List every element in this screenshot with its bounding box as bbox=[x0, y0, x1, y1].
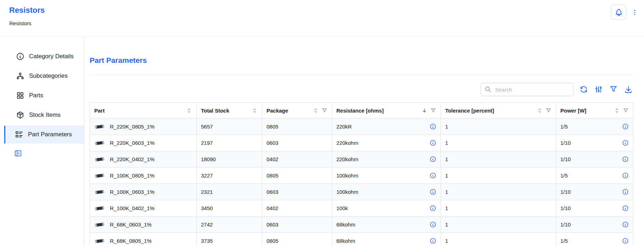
column-filter-icon[interactable] bbox=[321, 108, 327, 114]
column-filter-icon[interactable] bbox=[430, 108, 436, 114]
sort-icon[interactable] bbox=[186, 108, 192, 114]
parameter-info-button[interactable] bbox=[430, 237, 436, 244]
table-row[interactable]: R_220K_0805_1% 5657 0805 220kR 1 1/5 bbox=[90, 119, 633, 135]
sort-icon[interactable] bbox=[313, 108, 319, 114]
info-circle-icon bbox=[430, 156, 436, 163]
refresh-icon bbox=[579, 85, 588, 94]
info-circle-icon bbox=[622, 237, 629, 244]
part-name[interactable]: R_100K_0805_1% bbox=[110, 173, 155, 179]
part-name[interactable]: R_68K_0603_1% bbox=[110, 222, 152, 228]
part-name[interactable]: R_220K_0805_1% bbox=[110, 124, 155, 130]
parameter-info-button[interactable] bbox=[430, 205, 436, 212]
table-body: R_220K_0805_1% 5657 0805 220kR 1 1/5 bbox=[90, 119, 633, 246]
part-name[interactable]: R_220K_0603_1% bbox=[110, 140, 155, 146]
resistance-value: 220kohm bbox=[336, 156, 358, 162]
part-thumbnail bbox=[94, 123, 105, 130]
sort-icon[interactable] bbox=[537, 108, 543, 114]
adjustments-icon bbox=[594, 85, 603, 94]
refresh-button[interactable] bbox=[579, 85, 588, 94]
sidebar-item-stock-items[interactable]: Stock Items bbox=[4, 106, 84, 124]
column-filter-icon[interactable] bbox=[545, 108, 551, 114]
search-box bbox=[481, 83, 573, 96]
part-name[interactable]: R_68K_0805_1% bbox=[110, 238, 152, 244]
total-stock-value: 3450 bbox=[201, 205, 213, 211]
parameter-info-button[interactable] bbox=[430, 156, 436, 163]
table-row[interactable]: R_100K_0805_1% 3227 0805 100kohm 1 1/5 bbox=[90, 168, 633, 184]
power-value: 1/10 bbox=[560, 189, 571, 195]
package-value: 0805 bbox=[267, 124, 278, 130]
package-value: 0603 bbox=[267, 140, 278, 146]
parameter-info-button[interactable] bbox=[622, 123, 629, 130]
parameter-info-button[interactable] bbox=[622, 237, 629, 244]
page-title: Resistors bbox=[9, 6, 644, 15]
parameter-info-button[interactable] bbox=[622, 221, 629, 228]
overflow-menu-button[interactable] bbox=[631, 6, 639, 19]
column-label: Resistance [ohms] bbox=[336, 108, 383, 114]
column-header-resistance[interactable]: Resistance [ohms] bbox=[332, 103, 441, 119]
sort-icon[interactable] bbox=[252, 108, 258, 114]
parameter-info-button[interactable] bbox=[622, 205, 629, 212]
parameter-info-button[interactable] bbox=[430, 123, 436, 130]
parameter-info-button[interactable] bbox=[430, 172, 436, 179]
table-row[interactable]: R_100K_0603_1% 2321 0603 100kohm 1 1/10 bbox=[90, 184, 633, 200]
notifications-button[interactable] bbox=[611, 5, 626, 20]
column-filter-icon[interactable] bbox=[623, 108, 629, 114]
tolerance-value: 1 bbox=[445, 156, 448, 162]
part-name[interactable]: R_220K_0402_1% bbox=[110, 156, 155, 162]
power-value: 1/10 bbox=[560, 205, 571, 211]
table-row[interactable]: R_68K_0603_1% 2742 0603 68kohm 1 1/10 bbox=[90, 217, 633, 233]
table-row[interactable]: R_68K_0805_1% 3735 0805 68kohm 1 1/5 bbox=[90, 233, 633, 246]
sidebar-item-category-details[interactable]: Category Details bbox=[4, 48, 84, 65]
part-thumbnail bbox=[94, 172, 105, 179]
filter-button[interactable] bbox=[609, 85, 618, 94]
parameter-info-button[interactable] bbox=[622, 156, 629, 163]
total-stock-value: 2321 bbox=[201, 189, 213, 195]
power-value: 1/5 bbox=[560, 173, 568, 179]
table-row[interactable]: R_100K_0402_1% 3450 0402 100k 1 1/10 bbox=[90, 200, 633, 217]
resistance-value: 100kohm bbox=[336, 173, 358, 179]
sidebar-collapse-button[interactable] bbox=[14, 149, 22, 157]
parameter-info-button[interactable] bbox=[430, 188, 436, 195]
info-circle-icon bbox=[16, 52, 24, 61]
breadcrumb[interactable]: Resistors bbox=[9, 20, 32, 26]
column-label: Package bbox=[267, 108, 288, 114]
sidebar-item-label: Part Parameters bbox=[28, 131, 72, 138]
column-header-power[interactable]: Power [W] bbox=[556, 103, 633, 119]
part-thumbnail bbox=[94, 221, 105, 228]
column-header-tolerance[interactable]: Tolerance [percent] bbox=[441, 103, 556, 119]
table-settings-button[interactable] bbox=[594, 85, 603, 94]
sidebar-item-subcategories[interactable]: Subcategories bbox=[4, 67, 84, 85]
package-value: 0805 bbox=[267, 238, 278, 244]
info-circle-icon bbox=[622, 188, 629, 195]
package-value: 0603 bbox=[267, 189, 278, 195]
sidebar-item-part-parameters[interactable]: Part Parameters bbox=[4, 126, 84, 143]
tolerance-value: 1 bbox=[445, 205, 448, 211]
sidebar-item-parts[interactable]: Parts bbox=[4, 87, 84, 104]
sort-icon[interactable] bbox=[614, 108, 620, 114]
part-thumbnail bbox=[94, 140, 105, 147]
parameter-info-button[interactable] bbox=[622, 172, 629, 179]
breadcrumb-item[interactable]: Resistors bbox=[9, 20, 32, 26]
column-header-part[interactable]: Part bbox=[90, 103, 197, 119]
search-input[interactable] bbox=[494, 86, 570, 93]
part-name[interactable]: R_100K_0603_1% bbox=[110, 189, 155, 195]
parameter-info-button[interactable] bbox=[622, 188, 629, 195]
table-row[interactable]: R_220K_0402_1% 18090 0402 220kohm 1 1/10 bbox=[90, 151, 633, 168]
column-label: Tolerance [percent] bbox=[445, 108, 494, 114]
sort-desc-icon[interactable] bbox=[421, 108, 427, 114]
parameter-info-button[interactable] bbox=[430, 140, 436, 146]
column-label: Power [W] bbox=[560, 108, 586, 114]
download-button[interactable] bbox=[624, 85, 633, 94]
package-value: 0603 bbox=[267, 222, 278, 228]
table-header-row: Part Total Stock Package bbox=[90, 103, 633, 119]
parameter-info-button[interactable] bbox=[430, 221, 436, 228]
parameter-info-button[interactable] bbox=[622, 140, 629, 146]
column-header-total-stock[interactable]: Total Stock bbox=[197, 103, 262, 119]
part-name[interactable]: R_100K_0402_1% bbox=[110, 205, 155, 211]
info-circle-icon bbox=[622, 172, 629, 179]
column-header-package[interactable]: Package bbox=[262, 103, 332, 119]
tolerance-value: 1 bbox=[445, 140, 448, 146]
table-row[interactable]: R_220K_0603_1% 2197 0603 220kohm 1 1/10 bbox=[90, 135, 633, 151]
search-icon bbox=[485, 86, 492, 93]
header-actions bbox=[611, 5, 639, 20]
